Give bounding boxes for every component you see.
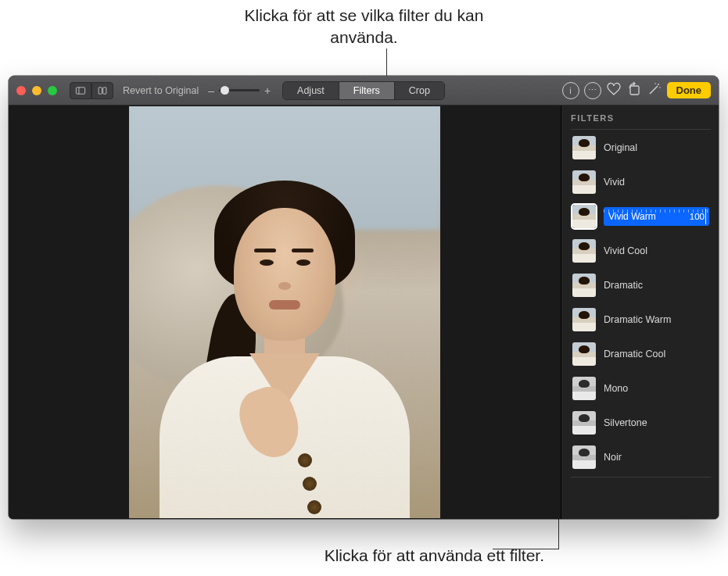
filter-row-silvertone[interactable]: Silvertone [571, 408, 711, 438]
filters-sidebar: FILTERS OriginalVividVivid Warm100Vivid … [561, 106, 719, 519]
filter-row-original[interactable]: Original [571, 133, 711, 163]
content: FILTERS OriginalVividVivid Warm100Vivid … [9, 106, 719, 519]
filter-thumb [572, 445, 596, 469]
zoom-out[interactable]: – [208, 84, 214, 97]
filter-row-dramatic_warm[interactable]: Dramatic Warm [571, 305, 711, 335]
filter-thumb [572, 136, 596, 159]
callout-line [493, 549, 559, 549]
tab-adjust[interactable]: Adjust [283, 82, 339, 99]
toolbar-right: i ⋯ Done [562, 81, 712, 100]
compare-icon [97, 83, 108, 98]
filter-list: OriginalVividVivid Warm100Vivid CoolDram… [571, 133, 711, 472]
filter-intensity-value: 100 [690, 212, 705, 221]
filter-intensity-slider[interactable]: Vivid Warm100 [604, 207, 709, 226]
svg-point-5 [658, 84, 659, 85]
split-toggle[interactable] [91, 82, 113, 99]
toolbar: Revert to Original – + Adjust Filters Cr… [9, 76, 719, 106]
svg-rect-4 [630, 86, 639, 95]
filter-thumb [572, 377, 596, 400]
tab-crop[interactable]: Crop [394, 82, 444, 99]
tab-filters[interactable]: Filters [339, 82, 394, 99]
filter-thumb [572, 342, 596, 366]
photo-canvas[interactable] [9, 106, 561, 519]
filter-label: Vivid Cool [604, 245, 647, 256]
window-close-button[interactable] [16, 86, 26, 95]
edit-mode-segmented: Adjust Filters Crop [282, 81, 445, 100]
done-button[interactable]: Done [667, 82, 712, 98]
filter-thumb [572, 274, 596, 297]
svg-point-6 [659, 87, 661, 88]
wand-icon [647, 81, 662, 97]
filter-row-dramatic_cool[interactable]: Dramatic Cool [571, 339, 711, 369]
svg-rect-0 [76, 87, 84, 93]
sidebar-title: FILTERS [571, 113, 711, 123]
view-toggle-group [70, 82, 113, 99]
filter-label: Vivid Warm [608, 211, 656, 222]
filter-thumb [572, 170, 596, 194]
svg-rect-2 [99, 87, 102, 93]
window-fullscreen-button[interactable] [48, 86, 57, 95]
callout-line [386, 48, 387, 77]
filter-label: Mono [604, 383, 628, 394]
photo-preview [129, 106, 440, 518]
zoom-slider[interactable] [219, 89, 260, 91]
divider [571, 129, 711, 130]
filter-row-mono[interactable]: Mono [571, 374, 711, 403]
filter-label: Dramatic [604, 280, 643, 291]
ellipsis-icon: ⋯ [588, 85, 597, 95]
filter-thumb [572, 411, 596, 435]
more-button[interactable]: ⋯ [584, 82, 601, 99]
callout-top: Klicka för att se vilka filter du kan an… [224, 5, 505, 49]
filter-thumb [572, 205, 596, 228]
auto-enhance-button[interactable] [647, 81, 662, 100]
info-button[interactable]: i [562, 82, 579, 99]
filter-row-vivid_cool[interactable]: Vivid Cool [571, 236, 711, 266]
filter-thumb [572, 239, 596, 263]
rotate-icon [626, 81, 642, 97]
thumbnails-toggle[interactable] [70, 82, 91, 99]
window-minimize-button[interactable] [32, 86, 41, 95]
favorite-button[interactable] [606, 81, 622, 100]
filter-label: Silvertone [604, 417, 647, 428]
filter-label: Noir [604, 452, 622, 463]
sidebar-icon [75, 83, 86, 98]
filter-row-vivid_warm[interactable]: Vivid Warm100 [571, 202, 711, 231]
zoom-thumb[interactable] [221, 86, 229, 95]
filter-row-vivid[interactable]: Vivid [571, 167, 711, 197]
photos-edit-window: Revert to Original – + Adjust Filters Cr… [9, 76, 719, 519]
filter-thumb [572, 308, 596, 331]
rotate-button[interactable] [626, 81, 642, 100]
window-controls [16, 86, 57, 95]
revert-button[interactable]: Revert to Original [118, 85, 203, 96]
zoom-control: – + [208, 84, 271, 97]
info-icon: i [569, 86, 571, 95]
callout-bottom: Klicka för att använda ett filter. [231, 545, 544, 567]
filter-label: Dramatic Cool [604, 349, 665, 360]
filter-label: Original [604, 142, 637, 153]
heart-icon [606, 81, 622, 97]
svg-point-7 [654, 83, 656, 84]
filter-row-dramatic[interactable]: Dramatic [571, 270, 711, 300]
filter-label: Vivid [604, 177, 625, 188]
divider [571, 477, 711, 478]
filter-label: Dramatic Warm [604, 314, 671, 325]
filter-row-noir[interactable]: Noir [571, 442, 711, 472]
svg-rect-3 [103, 87, 106, 93]
zoom-in[interactable]: + [264, 84, 271, 97]
